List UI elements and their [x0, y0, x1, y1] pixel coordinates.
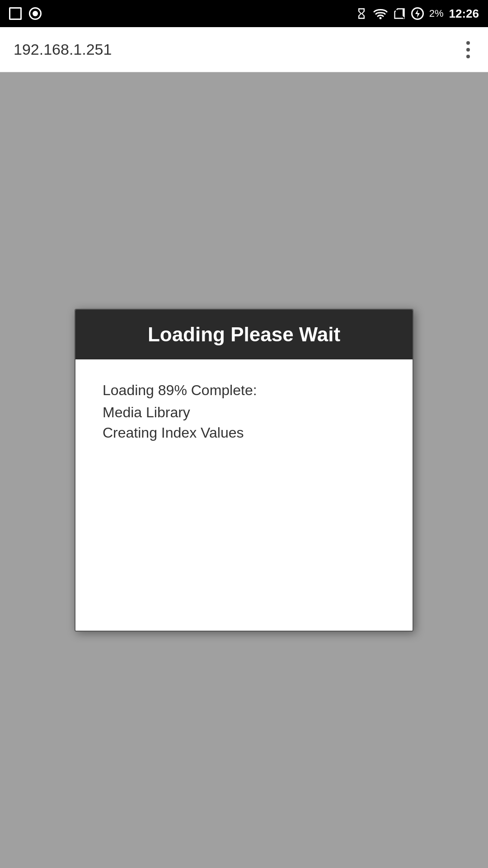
status-bar: 2% 12:26	[0, 0, 488, 27]
dot-3	[466, 55, 470, 58]
status-bar-right: 2% 12:26	[355, 7, 479, 21]
loading-item-1: Media Library	[103, 404, 385, 421]
loading-status: Loading 89% Complete:	[103, 382, 385, 399]
status-time: 12:26	[449, 7, 479, 21]
loading-dialog: Loading Please Wait Loading 89% Complete…	[75, 309, 413, 632]
url-input[interactable]	[14, 41, 462, 58]
address-bar	[0, 27, 488, 72]
flash-icon	[411, 7, 424, 20]
dialog-title: Loading Please Wait	[148, 323, 340, 345]
dialog-body: Loading 89% Complete: Media Library Crea…	[75, 359, 413, 631]
no-signal-icon	[393, 7, 406, 20]
dialog-header: Loading Please Wait	[75, 310, 413, 359]
svg-point-0	[379, 17, 381, 19]
browser-menu-button[interactable]	[462, 37, 474, 63]
hourglass-icon	[355, 7, 368, 20]
loading-item-2: Creating Index Values	[103, 425, 385, 441]
battery-percent: 2%	[429, 8, 444, 19]
status-bar-left	[9, 7, 42, 20]
svg-marker-2	[415, 9, 420, 18]
wifi-icon	[373, 8, 388, 19]
square-icon	[9, 7, 22, 20]
dot-1	[466, 41, 470, 45]
dot-2	[466, 48, 470, 52]
record-icon	[29, 7, 42, 20]
main-content: Loading Please Wait Loading 89% Complete…	[0, 72, 488, 868]
